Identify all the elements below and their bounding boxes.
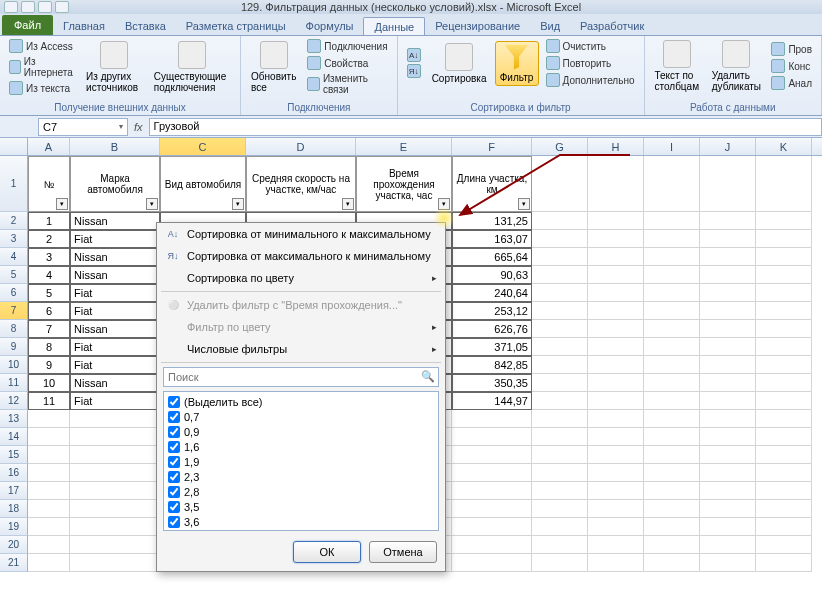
cell[interactable] (700, 230, 756, 248)
tab-pagelayout[interactable]: Разметка страницы (176, 17, 296, 35)
cell[interactable] (644, 536, 700, 554)
cell[interactable] (756, 356, 812, 374)
cell[interactable] (700, 464, 756, 482)
from-access-button[interactable]: Из Access (6, 38, 78, 54)
tab-review[interactable]: Рецензирование (425, 17, 530, 35)
cell[interactable] (532, 518, 588, 536)
validation-button[interactable]: Пров (768, 41, 815, 57)
cell[interactable] (700, 356, 756, 374)
cell[interactable] (28, 428, 70, 446)
cell[interactable] (644, 410, 700, 428)
tab-home[interactable]: Главная (53, 17, 115, 35)
cell[interactable]: 371,05 (452, 338, 532, 356)
cell[interactable] (532, 428, 588, 446)
row-header[interactable]: 5 (0, 266, 28, 284)
cell[interactable] (756, 500, 812, 518)
filter-checkbox[interactable] (168, 486, 180, 498)
cell[interactable] (700, 536, 756, 554)
cell[interactable] (588, 392, 644, 410)
sort-asc-button[interactable]: A↓ (404, 47, 424, 63)
from-other-button[interactable]: Из других источников (82, 39, 146, 95)
filter-checkbox[interactable] (168, 396, 180, 408)
cell[interactable] (452, 500, 532, 518)
cell[interactable] (452, 536, 532, 554)
filter-check-item[interactable]: 0,9 (166, 424, 436, 439)
cell[interactable] (756, 518, 812, 536)
filter-checkbox[interactable] (168, 516, 180, 528)
cell[interactable] (452, 518, 532, 536)
cell[interactable] (588, 212, 644, 230)
sort-desc-button[interactable]: Я↓ (404, 63, 424, 79)
cell[interactable] (644, 428, 700, 446)
cell[interactable] (70, 410, 160, 428)
cell[interactable]: 253,12 (452, 302, 532, 320)
cell[interactable]: Nissan (70, 374, 160, 392)
cell[interactable] (644, 266, 700, 284)
cell[interactable] (644, 464, 700, 482)
clear-filter-button[interactable]: Очистить (543, 38, 638, 54)
cell[interactable] (28, 482, 70, 500)
cell[interactable] (588, 482, 644, 500)
cell[interactable]: Nissan (70, 266, 160, 284)
cell[interactable]: 8 (28, 338, 70, 356)
row-header[interactable]: 3 (0, 230, 28, 248)
cell[interactable]: 350,35 (452, 374, 532, 392)
filter-dropdown-icon[interactable]: ▾ (518, 198, 530, 210)
cell[interactable] (644, 482, 700, 500)
from-web-button[interactable]: Из Интернета (6, 55, 78, 79)
filter-button[interactable]: Фильтр (495, 41, 539, 86)
reapply-button[interactable]: Повторить (543, 55, 638, 71)
cell[interactable] (28, 554, 70, 572)
cell[interactable] (532, 266, 588, 284)
filter-checkbox[interactable] (168, 531, 180, 532)
cell[interactable] (644, 302, 700, 320)
cell[interactable] (452, 464, 532, 482)
filter-checkbox[interactable] (168, 411, 180, 423)
row-header[interactable]: 9 (0, 338, 28, 356)
advanced-filter-button[interactable]: Дополнительно (543, 72, 638, 88)
row-header[interactable]: 14 (0, 428, 28, 446)
cell[interactable] (532, 284, 588, 302)
consolidate-button[interactable]: Конс (768, 58, 815, 74)
cell[interactable] (756, 302, 812, 320)
name-box[interactable]: C7 (38, 118, 128, 136)
cell[interactable] (756, 248, 812, 266)
tab-formulas[interactable]: Формулы (296, 17, 364, 35)
cell[interactable]: 11 (28, 392, 70, 410)
row-header[interactable]: 16 (0, 464, 28, 482)
sort-desc-menuitem[interactable]: Я↓Сортировка от максимального к минималь… (157, 245, 445, 267)
cell[interactable] (588, 248, 644, 266)
cell[interactable] (70, 428, 160, 446)
filter-dropdown-icon[interactable]: ▾ (232, 198, 244, 210)
cell[interactable] (70, 536, 160, 554)
connections-button[interactable]: Подключения (304, 38, 390, 54)
cell[interactable] (644, 518, 700, 536)
cell[interactable] (588, 374, 644, 392)
cell[interactable] (588, 320, 644, 338)
row-header[interactable]: 20 (0, 536, 28, 554)
cell[interactable] (700, 248, 756, 266)
cell[interactable] (756, 266, 812, 284)
cell[interactable]: Fiat (70, 302, 160, 320)
filter-checkbox[interactable] (168, 456, 180, 468)
col-header-H[interactable]: H (588, 138, 644, 155)
cell[interactable]: Fiat (70, 230, 160, 248)
filter-dropdown-icon[interactable]: ▾ (146, 198, 158, 210)
cell[interactable]: Fiat (70, 392, 160, 410)
row-header[interactable]: 8 (0, 320, 28, 338)
cell[interactable] (644, 356, 700, 374)
cell[interactable]: 6 (28, 302, 70, 320)
cell[interactable]: 240,64 (452, 284, 532, 302)
cell[interactable] (532, 500, 588, 518)
cell[interactable] (644, 554, 700, 572)
filter-check-item[interactable]: 2,8 (166, 484, 436, 499)
cell[interactable] (532, 392, 588, 410)
cell[interactable] (532, 338, 588, 356)
cell[interactable] (588, 338, 644, 356)
filter-check-item[interactable]: (Выделить все) (166, 394, 436, 409)
cell[interactable] (70, 446, 160, 464)
redo-icon[interactable] (55, 1, 69, 13)
cell[interactable] (588, 356, 644, 374)
cell[interactable] (588, 410, 644, 428)
fx-icon[interactable]: fx (128, 121, 149, 133)
